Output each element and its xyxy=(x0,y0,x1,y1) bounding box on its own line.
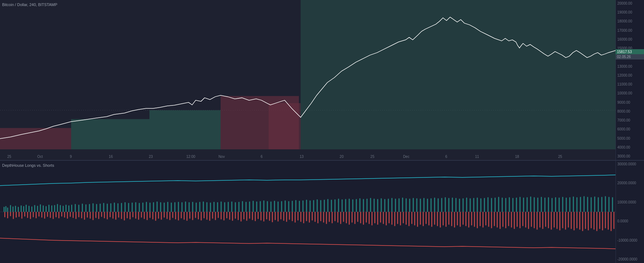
svg-rect-376 xyxy=(539,212,540,228)
svg-rect-300 xyxy=(323,212,324,223)
y-label-12000: 12000.00 xyxy=(617,73,643,78)
svg-rect-195 xyxy=(24,212,25,217)
svg-rect-190 xyxy=(10,212,11,216)
svg-rect-231 xyxy=(127,212,128,218)
svg-rect-19 xyxy=(26,205,27,212)
y-label-7000: 7000.00 xyxy=(617,118,643,123)
svg-rect-270 xyxy=(238,212,239,220)
svg-rect-253 xyxy=(189,212,190,219)
y-label-17000: 17000.00 xyxy=(617,29,643,33)
y-ind-neg20000: -20000.0000 xyxy=(617,257,643,262)
svg-rect-306 xyxy=(340,212,341,224)
svg-rect-367 xyxy=(514,212,515,229)
y-label-10000: 10000.00 xyxy=(617,91,643,96)
svg-rect-397 xyxy=(599,212,600,229)
svg-rect-150 xyxy=(480,198,481,212)
svg-rect-277 xyxy=(258,212,259,219)
svg-rect-211 xyxy=(70,212,71,217)
svg-rect-377 xyxy=(542,212,543,229)
svg-rect-192 xyxy=(16,212,17,218)
svg-rect-140 xyxy=(445,197,446,212)
svg-rect-249 xyxy=(178,212,179,221)
svg-rect-263 xyxy=(218,212,219,218)
chart-container: Bitcoin / Dollar, 240, BITSTAMP xyxy=(0,0,644,263)
svg-rect-131 xyxy=(413,198,414,212)
svg-rect-302 xyxy=(329,212,330,222)
indicator-title: DepthHouse Longs vs. Shorts xyxy=(2,163,54,167)
svg-rect-274 xyxy=(249,212,250,219)
svg-rect-357 xyxy=(485,212,486,226)
svg-rect-234 xyxy=(135,212,136,219)
svg-rect-333 xyxy=(417,212,418,227)
svg-rect-40 xyxy=(89,204,90,212)
svg-rect-243 xyxy=(161,212,162,220)
indicator-y-axis: 30000.0000 20000.0000 10000.0000 0.0000 … xyxy=(616,161,644,263)
svg-rect-146 xyxy=(466,198,467,212)
svg-rect-125 xyxy=(391,198,392,212)
svg-rect-180 xyxy=(587,197,588,212)
svg-rect-47 xyxy=(114,203,115,212)
svg-rect-401 xyxy=(611,212,612,231)
svg-rect-155 xyxy=(498,197,499,212)
svg-rect-327 xyxy=(400,212,401,226)
svg-rect-383 xyxy=(559,212,560,231)
svg-rect-229 xyxy=(121,212,122,219)
svg-rect-334 xyxy=(420,212,421,225)
svg-rect-280 xyxy=(266,212,267,220)
svg-rect-400 xyxy=(608,212,609,230)
svg-rect-351 xyxy=(468,212,469,228)
y-ind-0: 0.0000 xyxy=(617,219,643,223)
svg-rect-352 xyxy=(471,212,472,226)
svg-rect-2 xyxy=(301,0,616,149)
y-label-20000: 20000.00 xyxy=(617,1,643,6)
svg-rect-252 xyxy=(186,212,188,221)
svg-rect-204 xyxy=(50,212,51,218)
svg-rect-141 xyxy=(448,198,449,212)
svg-rect-172 xyxy=(559,198,560,212)
svg-rect-344 xyxy=(448,212,449,225)
svg-rect-99 xyxy=(299,201,300,212)
svg-rect-372 xyxy=(528,212,529,229)
svg-rect-378 xyxy=(545,212,546,227)
x-label-oct: Oct xyxy=(37,155,43,159)
svg-rect-297 xyxy=(315,212,316,222)
svg-rect-236 xyxy=(141,212,142,218)
svg-rect-391 xyxy=(582,212,583,231)
svg-rect-154 xyxy=(495,198,496,212)
svg-rect-235 xyxy=(138,212,139,220)
x-label-16: 16 xyxy=(109,155,113,159)
svg-rect-356 xyxy=(482,212,484,228)
svg-rect-338 xyxy=(431,212,432,227)
svg-rect-95 xyxy=(285,201,286,212)
svg-rect-368 xyxy=(517,212,518,227)
svg-rect-241 xyxy=(155,212,156,221)
svg-rect-69 xyxy=(192,202,193,212)
svg-rect-31 xyxy=(60,205,61,212)
svg-rect-265 xyxy=(223,212,225,221)
svg-rect-152 xyxy=(487,197,489,212)
svg-rect-147 xyxy=(470,198,471,212)
svg-rect-202 xyxy=(44,212,45,219)
y-label-6000: 6000.00 xyxy=(617,127,643,132)
svg-rect-301 xyxy=(326,212,327,224)
svg-rect-181 xyxy=(591,197,592,212)
svg-rect-288 xyxy=(289,212,290,220)
svg-rect-194 xyxy=(21,212,22,219)
svg-rect-176 xyxy=(573,197,574,212)
svg-rect-86 xyxy=(253,201,254,212)
svg-rect-127 xyxy=(398,198,400,212)
y-ind-20000: 20000.0000 xyxy=(617,181,643,185)
svg-rect-222 xyxy=(101,212,102,217)
svg-rect-309 xyxy=(349,212,350,225)
svg-rect-284 xyxy=(278,212,279,222)
y-label-8000: 8000.00 xyxy=(617,109,643,114)
svg-rect-220 xyxy=(95,212,96,218)
svg-rect-212 xyxy=(73,212,74,218)
svg-rect-326 xyxy=(397,212,398,224)
svg-rect-101 xyxy=(306,200,307,212)
svg-rect-226 xyxy=(112,212,114,219)
x-label-25b: 25 xyxy=(370,155,374,159)
svg-rect-320 xyxy=(380,212,381,223)
svg-rect-81 xyxy=(235,202,236,212)
svg-rect-3 xyxy=(0,128,71,149)
